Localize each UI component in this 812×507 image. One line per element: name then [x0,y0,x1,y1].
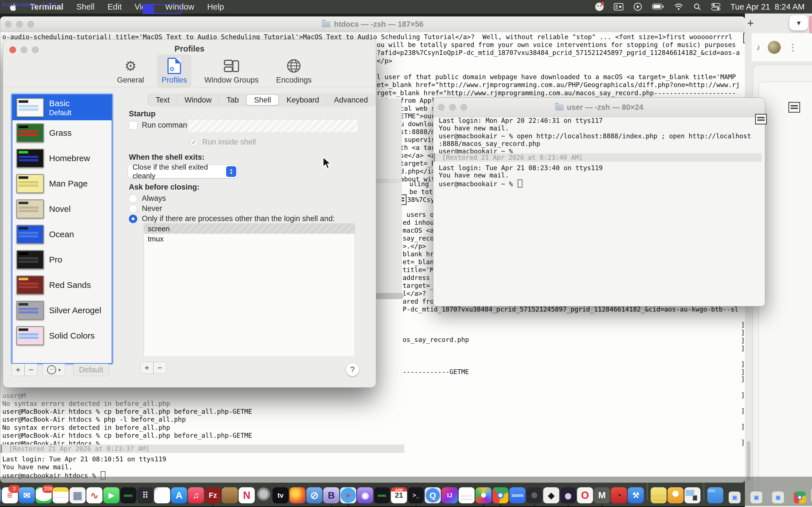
dock-icon[interactable] [493,487,509,503]
dock-icon[interactable]: ◉ [357,487,373,503]
htdocs-titlebar[interactable]: htdocs — -zsh — 187×56 [0,17,745,32]
toolbar-item-general[interactable]: ⚙ General [112,54,149,88]
dock-icon[interactable] [651,487,667,503]
dock-icon[interactable] [704,483,704,500]
profile-row[interactable]: Red Sands [12,272,112,298]
zoom-button[interactable] [28,21,34,27]
run-command-input[interactable] [188,119,358,133]
dock-icon[interactable] [459,487,475,503]
dock-icon[interactable]: IJ [442,487,458,503]
dock-icon[interactable] [53,487,69,503]
profile-actions-menu-button[interactable]: ⋯ ▾ [43,363,65,376]
radio-only-if-processes[interactable] [129,215,137,223]
profile-row[interactable]: Silver Aerogel [12,298,112,323]
dock-icon[interactable]: ➤ [340,487,356,503]
close-button[interactable] [5,21,11,27]
tab[interactable]: Window [177,95,219,105]
dock-icon[interactable] [707,487,723,503]
close-button[interactable] [438,104,445,111]
dock-icon[interactable]: ⠿ [137,487,153,503]
tab[interactable]: Tab [219,95,246,105]
terminal-settings-window[interactable]: Profiles ⚙ General Profiles Window Group… [3,40,376,388]
profile-row[interactable]: Man Page [12,171,112,196]
new-tab-button[interactable]: + [747,17,754,30]
user-titlebar[interactable]: user — -zsh — 80×24 [434,98,765,117]
dock-icon[interactable]: 21 APR [391,487,407,503]
toolbar-item-profiles[interactable]: Profiles [157,54,192,88]
dock-icon[interactable]: ⊘ [306,487,322,503]
profile-row[interactable]: Pro [12,247,112,272]
dock-icon[interactable]: O [577,487,593,503]
wifi-icon[interactable] [674,3,683,10]
zoom-button[interactable] [460,104,467,111]
add-process-button[interactable]: + [140,362,153,374]
toolbar-item-encodings[interactable]: Encodings [271,54,316,88]
dock-icon[interactable]: ▣ [751,492,762,503]
dock-icon[interactable]: ▶ [103,487,119,503]
toolbar-item-window-groups[interactable]: Window Groups [200,54,263,88]
user-terminal-window[interactable]: user — -zsh — 80×24 [433,98,765,306]
dock-icon[interactable]: ♫ [188,487,204,503]
dock-icon[interactable]: ∿ [87,487,103,503]
dock-icon[interactable]: ✉ [19,487,35,503]
add-profile-button[interactable]: + [11,363,24,376]
kebab-menu-icon[interactable]: ⋮ [788,42,798,53]
dock-icon[interactable]: Q [425,487,441,503]
tab[interactable]: Advanced [326,95,375,105]
dock-icon[interactable] [290,487,306,503]
dock-icon[interactable] [526,487,543,503]
dock-icon[interactable]: exec [120,487,137,503]
profile-row[interactable]: Grass [12,120,112,146]
dock-icon[interactable] [684,487,701,503]
dock-icon[interactable]: B [323,487,340,503]
profile-row[interactable]: Novel [12,196,112,222]
minimize-button[interactable] [449,104,456,111]
remove-process-button[interactable]: − [153,362,166,374]
set-default-button[interactable]: Default [73,363,109,376]
dock-icon[interactable]: ◔ [611,487,627,503]
dock-icon[interactable]: ⚒ [628,487,644,503]
minimize-button[interactable] [16,21,23,27]
process-list-item[interactable]: tmux [144,234,355,244]
vertical-scrollbar-thumb[interactable] [747,441,751,481]
profile-row[interactable]: Basic Default [12,95,112,120]
remove-profile-button[interactable]: − [24,363,38,376]
dock-icon[interactable]: A [171,487,187,503]
dock-icon[interactable]: ▦ [70,487,86,503]
dock-icon[interactable]: ▣ [729,492,741,503]
tab[interactable]: Keyboard [279,95,326,105]
status-app-icon[interactable] [595,3,604,11]
menu-item[interactable]: Shell [77,2,95,11]
run-inside-shell-checkbox[interactable]: ✓ [190,138,198,147]
dock-icon[interactable]: ≡ 3 [2,487,18,503]
dock-icon[interactable]: N [239,487,255,503]
help-button[interactable]: ? [346,363,359,376]
tab[interactable]: Text [148,95,177,105]
avatar[interactable] [768,41,781,54]
dock-icon[interactable]: ☺ [0,487,1,503]
dock-icon[interactable] [154,487,170,503]
dock-icon[interactable] [476,487,492,503]
dock-icon[interactable]: zoom [509,487,525,503]
horizontal-scrollbar-thumb[interactable] [375,293,404,299]
menu-item[interactable]: Edit [107,2,121,11]
dock-icon[interactable] [794,492,806,503]
dock-icon[interactable] [560,487,576,503]
radio-never[interactable] [129,205,137,213]
keyboard-panel-icon[interactable] [614,3,623,10]
control-center-icon[interactable] [711,3,720,11]
dock-icon[interactable]: >_ [408,487,424,503]
shell-exits-dropdown[interactable]: Close if the shell exited cleanly ▲▼ [128,165,238,178]
dock-icon[interactable]: M [594,487,610,503]
profile-row[interactable]: Solid Colors [12,323,112,348]
spotlight-search-icon[interactable] [693,3,701,11]
run-command-checkbox[interactable] [129,121,137,129]
dock-icon[interactable]: tv [273,487,289,503]
dock-icon[interactable] [647,483,648,500]
dock-icon[interactable]: ▣ [772,492,784,503]
dock-icon[interactable]: Fz [205,487,221,503]
profile-row[interactable]: Ocean [12,222,112,247]
dock-icon[interactable]: exec [374,487,390,503]
dock-icon[interactable]: 208 [36,487,52,503]
window-chevron-button[interactable]: ▾ [790,15,808,31]
